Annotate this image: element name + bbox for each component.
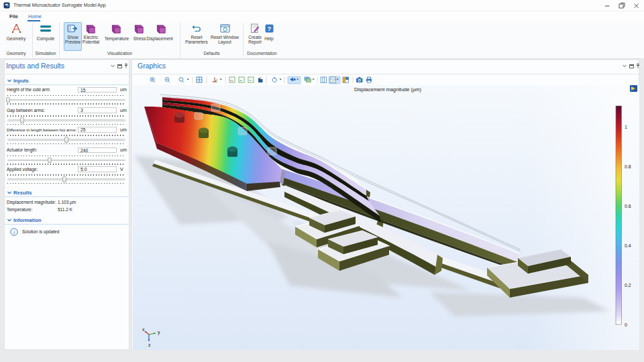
svg-text:xz: xz: [249, 78, 252, 82]
svg-text:?: ?: [268, 25, 272, 32]
svg-text:xy: xy: [230, 78, 233, 82]
svg-text:yz: yz: [239, 78, 242, 82]
